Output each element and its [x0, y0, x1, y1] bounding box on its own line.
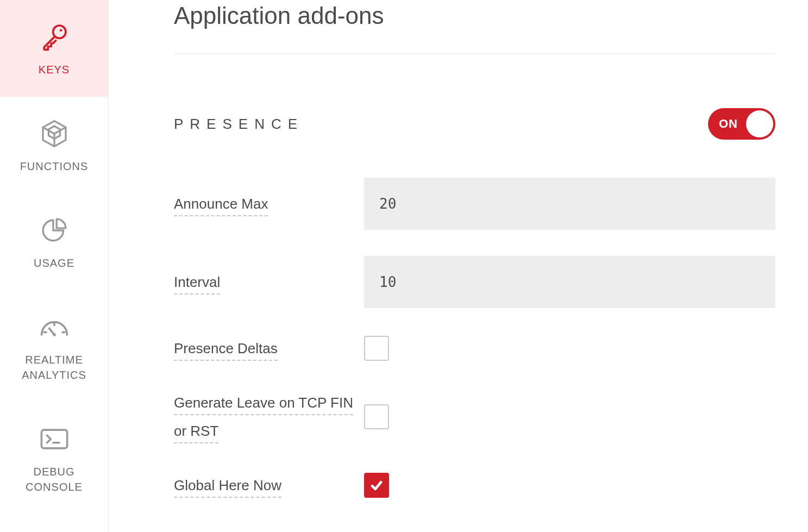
gauge-icon: [39, 312, 70, 342]
sidebar-item-label: USAGE: [34, 255, 74, 271]
input-announce-max[interactable]: [364, 178, 775, 230]
sidebar-item-realtime-analytics[interactable]: REALTIME ANALYTICS: [0, 290, 108, 402]
sidebar-item-label: KEYS: [39, 62, 70, 77]
toggle-knob: [746, 110, 773, 137]
sidebar-item-label: FUNCTIONS: [20, 159, 89, 174]
key-icon: [39, 22, 70, 52]
app-root: KEYS FUNCTIONS USAGE: [0, 0, 808, 532]
check-icon: [369, 478, 384, 493]
input-interval[interactable]: [364, 256, 775, 308]
terminal-icon: [39, 424, 70, 454]
checkbox-global-here-now[interactable]: [364, 473, 389, 498]
field-row-global-here-now: Global Here Now: [174, 471, 775, 499]
label-global-here-now[interactable]: Global Here Now: [174, 477, 281, 498]
svg-rect-7: [41, 430, 67, 448]
sidebar-item-debug-console[interactable]: DEBUG CONSOLE: [0, 402, 108, 514]
field-row-generate-leave: Generate Leave on TCP FIN or RST: [174, 389, 775, 445]
svg-point-3: [53, 333, 56, 336]
field-row-interval: Interval: [174, 256, 775, 308]
section-header: PRESENCE ON: [174, 108, 775, 140]
presence-toggle[interactable]: ON: [708, 108, 775, 140]
label-generate-leave[interactable]: Generate Leave on TCP FIN or RST: [174, 395, 353, 443]
sidebar: KEYS FUNCTIONS USAGE: [0, 0, 109, 532]
section-title: PRESENCE: [174, 116, 304, 133]
svg-point-1: [59, 29, 62, 32]
label-announce-max[interactable]: Announce Max: [174, 196, 268, 216]
checkbox-presence-deltas[interactable]: [364, 336, 389, 361]
label-presence-deltas[interactable]: Presence Deltas: [174, 340, 278, 361]
sidebar-item-label: DEBUG CONSOLE: [5, 464, 103, 495]
label-interval[interactable]: Interval: [174, 274, 220, 295]
cube-icon: [39, 118, 70, 149]
toggle-state-label: ON: [719, 117, 738, 131]
field-row-announce-max: Announce Max: [174, 178, 775, 230]
sidebar-item-functions[interactable]: FUNCTIONS: [0, 97, 108, 193]
section-presence: PRESENCE ON Announce Max Interval: [174, 108, 775, 499]
pie-chart-icon: [39, 215, 70, 246]
checkbox-generate-leave[interactable]: [364, 404, 389, 429]
sidebar-item-usage[interactable]: USAGE: [0, 193, 108, 290]
field-row-presence-deltas: Presence Deltas: [174, 334, 775, 362]
sidebar-item-label: REALTIME ANALYTICS: [5, 352, 103, 383]
sidebar-item-keys[interactable]: KEYS: [0, 0, 108, 97]
main-content: Application add-ons PRESENCE ON Announce…: [109, 0, 808, 532]
page-title: Application add-ons: [174, 0, 775, 54]
